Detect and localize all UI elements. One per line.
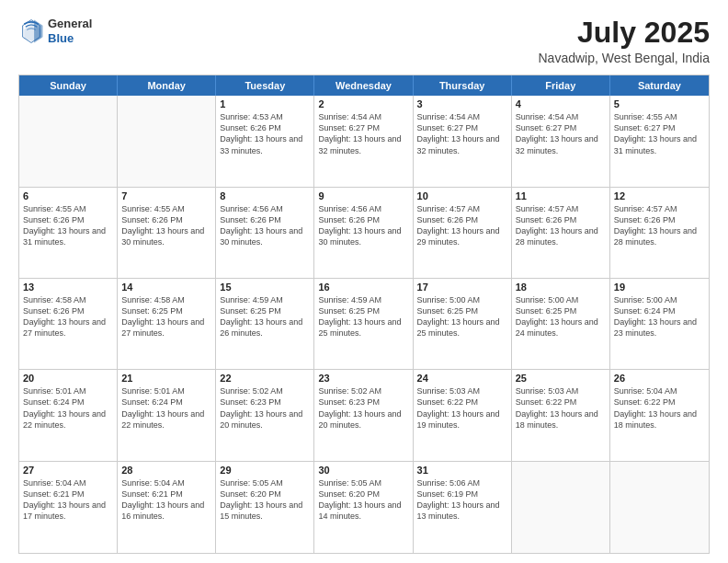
calendar-day-9: 9Sunrise: 4:56 AM Sunset: 6:26 PM Daylig… <box>314 188 413 278</box>
calendar-day-13: 13Sunrise: 4:58 AM Sunset: 6:26 PM Dayli… <box>19 279 118 369</box>
day-number: 14 <box>121 282 211 293</box>
logo-blue: Blue <box>48 31 92 46</box>
header-sunday: Sunday <box>19 75 118 96</box>
day-number: 17 <box>417 282 507 293</box>
calendar: Sunday Monday Tuesday Wednesday Thursday… <box>18 75 710 554</box>
day-number: 12 <box>614 190 705 201</box>
day-detail: Sunrise: 4:57 AM Sunset: 6:26 PM Dayligh… <box>417 203 507 248</box>
day-detail: Sunrise: 4:54 AM Sunset: 6:27 PM Dayligh… <box>417 111 507 156</box>
calendar-day-2: 2Sunrise: 4:54 AM Sunset: 6:27 PM Daylig… <box>314 96 413 186</box>
logo-general: General <box>48 17 92 31</box>
calendar-day-26: 26Sunrise: 5:04 AM Sunset: 6:22 PM Dayli… <box>610 370 709 460</box>
calendar-day-27: 27Sunrise: 5:04 AM Sunset: 6:21 PM Dayli… <box>19 462 118 553</box>
header-friday: Friday <box>512 75 610 96</box>
day-number: 16 <box>318 282 408 293</box>
day-detail: Sunrise: 4:57 AM Sunset: 6:26 PM Dayligh… <box>516 203 606 248</box>
calendar-day-31: 31Sunrise: 5:06 AM Sunset: 6:19 PM Dayli… <box>414 462 512 553</box>
day-detail: Sunrise: 4:56 AM Sunset: 6:26 PM Dayligh… <box>318 203 408 248</box>
day-number: 24 <box>417 373 507 384</box>
calendar-body: 1Sunrise: 4:53 AM Sunset: 6:26 PM Daylig… <box>19 96 709 553</box>
calendar-day-30: 30Sunrise: 5:05 AM Sunset: 6:20 PM Dayli… <box>314 462 413 553</box>
day-detail: Sunrise: 4:55 AM Sunset: 6:26 PM Dayligh… <box>121 203 211 248</box>
day-number: 7 <box>121 190 211 201</box>
day-number: 19 <box>614 282 705 293</box>
day-detail: Sunrise: 5:06 AM Sunset: 6:19 PM Dayligh… <box>417 477 507 523</box>
day-number: 27 <box>23 465 113 476</box>
page: General Blue July 2025 Navadwip, West Be… <box>0 0 728 563</box>
day-number: 13 <box>23 282 113 293</box>
calendar-day-18: 18Sunrise: 5:00 AM Sunset: 6:25 PM Dayli… <box>512 279 610 369</box>
day-detail: Sunrise: 4:53 AM Sunset: 6:26 PM Dayligh… <box>220 111 310 156</box>
month-year: July 2025 <box>538 17 710 49</box>
header-saturday: Saturday <box>610 75 709 96</box>
day-number: 22 <box>220 373 310 384</box>
day-detail: Sunrise: 4:59 AM Sunset: 6:25 PM Dayligh… <box>220 294 310 339</box>
header-tuesday: Tuesday <box>216 75 314 96</box>
day-detail: Sunrise: 4:58 AM Sunset: 6:25 PM Dayligh… <box>121 294 211 339</box>
day-number: 30 <box>318 465 408 476</box>
calendar-day-6: 6Sunrise: 4:55 AM Sunset: 6:26 PM Daylig… <box>19 188 118 278</box>
day-detail: Sunrise: 5:04 AM Sunset: 6:21 PM Dayligh… <box>23 477 113 523</box>
day-detail: Sunrise: 5:02 AM Sunset: 6:23 PM Dayligh… <box>318 385 408 431</box>
calendar-empty-cell <box>118 96 216 186</box>
calendar-empty-cell <box>19 96 118 186</box>
day-number: 15 <box>220 282 310 293</box>
day-detail: Sunrise: 5:05 AM Sunset: 6:20 PM Dayligh… <box>220 477 310 523</box>
day-number: 31 <box>417 465 507 476</box>
calendar-row-1: 1Sunrise: 4:53 AM Sunset: 6:26 PM Daylig… <box>19 96 709 187</box>
day-number: 18 <box>516 282 606 293</box>
calendar-day-23: 23Sunrise: 5:02 AM Sunset: 6:23 PM Dayli… <box>314 370 413 460</box>
day-number: 29 <box>220 465 310 476</box>
logo: General Blue <box>18 17 92 45</box>
calendar-empty-cell <box>610 462 709 553</box>
calendar-header: Sunday Monday Tuesday Wednesday Thursday… <box>19 75 709 96</box>
day-number: 3 <box>417 98 507 109</box>
day-detail: Sunrise: 4:57 AM Sunset: 6:26 PM Dayligh… <box>614 203 705 248</box>
day-number: 21 <box>121 373 211 384</box>
calendar-day-8: 8Sunrise: 4:56 AM Sunset: 6:26 PM Daylig… <box>216 188 314 278</box>
day-number: 1 <box>220 98 310 109</box>
calendar-day-22: 22Sunrise: 5:02 AM Sunset: 6:23 PM Dayli… <box>216 370 314 460</box>
day-detail: Sunrise: 4:56 AM Sunset: 6:26 PM Dayligh… <box>220 203 310 248</box>
day-number: 25 <box>516 373 606 384</box>
day-detail: Sunrise: 4:54 AM Sunset: 6:27 PM Dayligh… <box>318 111 408 156</box>
day-number: 11 <box>516 190 606 201</box>
day-number: 4 <box>516 98 606 109</box>
location: Navadwip, West Bengal, India <box>538 51 710 65</box>
calendar-day-11: 11Sunrise: 4:57 AM Sunset: 6:26 PM Dayli… <box>512 188 610 278</box>
logo-text: General Blue <box>48 17 92 45</box>
day-detail: Sunrise: 5:02 AM Sunset: 6:23 PM Dayligh… <box>220 385 310 431</box>
day-detail: Sunrise: 4:54 AM Sunset: 6:27 PM Dayligh… <box>516 111 606 156</box>
day-detail: Sunrise: 5:00 AM Sunset: 6:25 PM Dayligh… <box>417 294 507 339</box>
calendar-day-16: 16Sunrise: 4:59 AM Sunset: 6:25 PM Dayli… <box>314 279 413 369</box>
day-number: 20 <box>23 373 113 384</box>
day-detail: Sunrise: 4:59 AM Sunset: 6:25 PM Dayligh… <box>318 294 408 339</box>
calendar-day-24: 24Sunrise: 5:03 AM Sunset: 6:22 PM Dayli… <box>414 370 512 460</box>
day-detail: Sunrise: 5:04 AM Sunset: 6:21 PM Dayligh… <box>121 477 211 523</box>
day-number: 9 <box>318 190 408 201</box>
calendar-row-3: 13Sunrise: 4:58 AM Sunset: 6:26 PM Dayli… <box>19 279 709 370</box>
day-detail: Sunrise: 5:04 AM Sunset: 6:22 PM Dayligh… <box>614 385 705 431</box>
day-detail: Sunrise: 5:00 AM Sunset: 6:24 PM Dayligh… <box>614 294 705 339</box>
day-detail: Sunrise: 5:03 AM Sunset: 6:22 PM Dayligh… <box>417 385 507 431</box>
day-detail: Sunrise: 5:00 AM Sunset: 6:25 PM Dayligh… <box>516 294 606 339</box>
day-number: 2 <box>318 98 408 109</box>
day-detail: Sunrise: 5:01 AM Sunset: 6:24 PM Dayligh… <box>23 385 113 431</box>
day-number: 28 <box>121 465 211 476</box>
day-detail: Sunrise: 4:58 AM Sunset: 6:26 PM Dayligh… <box>23 294 113 339</box>
day-number: 26 <box>614 373 705 384</box>
calendar-day-3: 3Sunrise: 4:54 AM Sunset: 6:27 PM Daylig… <box>414 96 512 186</box>
day-number: 6 <box>23 190 113 201</box>
calendar-day-5: 5Sunrise: 4:55 AM Sunset: 6:27 PM Daylig… <box>610 96 709 186</box>
day-number: 10 <box>417 190 507 201</box>
calendar-row-4: 20Sunrise: 5:01 AM Sunset: 6:24 PM Dayli… <box>19 370 709 461</box>
day-detail: Sunrise: 5:03 AM Sunset: 6:22 PM Dayligh… <box>516 385 606 431</box>
header-wednesday: Wednesday <box>314 75 413 96</box>
calendar-empty-cell <box>512 462 610 553</box>
calendar-day-20: 20Sunrise: 5:01 AM Sunset: 6:24 PM Dayli… <box>19 370 118 460</box>
calendar-day-12: 12Sunrise: 4:57 AM Sunset: 6:26 PM Dayli… <box>610 188 709 278</box>
calendar-day-19: 19Sunrise: 5:00 AM Sunset: 6:24 PM Dayli… <box>610 279 709 369</box>
day-number: 23 <box>318 373 408 384</box>
calendar-day-10: 10Sunrise: 4:57 AM Sunset: 6:26 PM Dayli… <box>414 188 512 278</box>
day-detail: Sunrise: 4:55 AM Sunset: 6:26 PM Dayligh… <box>23 203 113 248</box>
